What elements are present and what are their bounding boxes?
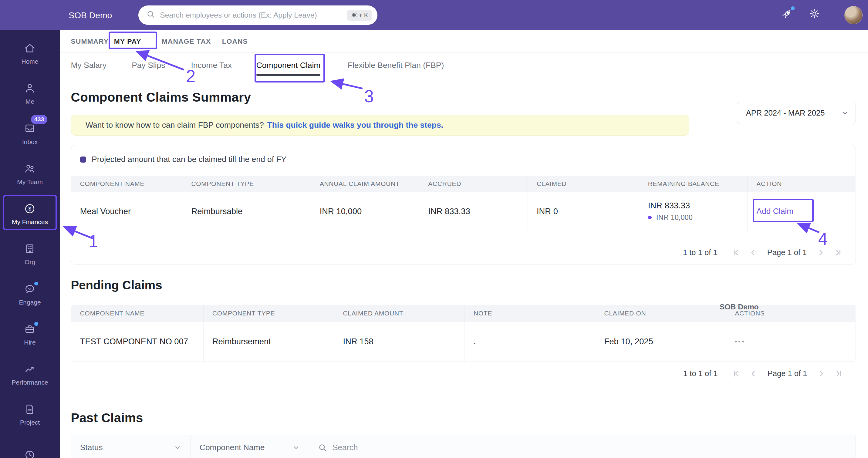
cell-note: . [465,322,595,361]
first-page-icon[interactable] [732,370,740,378]
inbox-count-badge: 433 [31,115,47,124]
project-icon [24,403,35,415]
cell-component-type: Reimbursable [182,192,311,231]
last-page-icon[interactable] [835,370,843,378]
cell-claimed: INR 0 [528,192,639,231]
past-claims-title: Past Claims [71,411,143,425]
component-name-filter-dropdown[interactable]: Component Name [191,435,309,458]
sidebar-item-hire[interactable]: Hire [0,315,60,355]
sidebar-item-project[interactable]: Project [0,395,60,435]
tab-manage-tax[interactable]: MANAGE TAX [162,30,211,53]
tab-my-pay[interactable]: MY PAY [114,30,142,53]
watermark: SOB Demo [720,303,759,311]
subtab-income-tax[interactable]: Income Tax [191,53,232,78]
sidebar-item-org[interactable]: Org [0,234,60,274]
component-claims-card: Projected amount that can be claimed til… [71,145,856,264]
pagination-range: 1 to 1 of 1 [683,369,718,378]
projected-legend: Projected amount that can be claimed til… [80,155,287,164]
table-header-row: COMPONENT NAME COMPONENT TYPE ANNUAL CLA… [71,175,856,192]
org-icon [24,243,35,255]
column-header: COMPONENT NAME [71,175,183,192]
global-search[interactable]: ⌘ + K [138,5,377,25]
first-page-icon[interactable] [732,249,740,257]
search-icon [318,443,327,452]
secondary-tabs: My Salary Pay Slips Income Tax Component… [60,53,868,78]
cell-claimed-amount: INR 158 [334,322,465,361]
projected-balance: INR 10,000 [648,214,693,222]
column-header: CLAIMED AMOUNT [334,305,465,321]
sidebar-item-inbox[interactable]: 433 Inbox [0,114,60,154]
clock-icon [24,449,35,458]
main-content: SUMMARY MY PAY MANAGE TAX LOANS My Salar… [60,30,868,458]
banner-text: Want to know how to can claim FBP compon… [86,121,264,130]
gear-icon [809,8,820,19]
settings-button[interactable] [809,8,820,21]
subtab-my-salary[interactable]: My Salary [71,53,107,78]
column-header: ACTION [748,175,855,192]
status-filter-label: Status [80,443,103,452]
sidebar-item-label: Inbox [22,138,38,145]
primary-tabs: SUMMARY MY PAY MANAGE TAX LOANS [60,30,868,53]
column-header: COMPONENT TYPE [182,175,311,192]
table-row: TEST COMPONENT NO 007 Reimbursement INR … [71,321,856,361]
sidebar-item-me[interactable]: Me [0,74,60,114]
sidebar-item-label: Engage [19,299,41,306]
sidebar-item-attendance[interactable] [0,435,60,458]
cell-component-name: TEST COMPONENT NO 007 [71,322,204,361]
component-claims-table: COMPONENT NAME COMPONENT TYPE ANNUAL CLA… [71,175,856,231]
sidebar-item-label: Performance [12,379,48,386]
next-page-icon[interactable] [817,249,825,257]
tab-loans[interactable]: LOANS [222,30,248,53]
past-claims-search-input[interactable] [333,443,847,452]
fiscal-year-value: APR 2024 - MAR 2025 [746,108,825,118]
hire-icon [24,323,35,335]
cell-claimed-on: Feb 10, 2025 [595,322,726,361]
legend-swatch-icon [80,157,86,163]
cell-component-type: Reimbursement [204,322,334,361]
sidebar-item-label: Project [20,419,40,426]
status-filter-dropdown[interactable]: Status [71,435,191,458]
past-claims-search[interactable] [309,435,856,458]
sidebar-item-home[interactable]: Home [0,34,60,74]
finances-icon: $ [24,203,35,215]
team-icon [24,163,35,174]
whats-new-button[interactable] [781,8,793,22]
search-input[interactable] [160,11,342,20]
notification-dot [790,6,795,11]
fiscal-year-selector[interactable]: APR 2024 - MAR 2025 [737,102,856,124]
cell-action: Add Claim [748,192,855,231]
user-avatar[interactable] [844,6,863,24]
cell-component-name: Meal Voucher [71,192,183,231]
home-icon [24,42,35,54]
page-title: Component Claims Summary [71,90,251,105]
tab-summary[interactable]: SUMMARY [71,30,109,53]
sidebar-item-my-team[interactable]: My Team [0,154,60,194]
column-header: ACCRUED [419,175,528,192]
search-icon [146,10,155,21]
chevron-down-icon [174,444,182,452]
sidebar-item-my-finances[interactable]: $ My Finances [0,194,60,234]
last-page-icon[interactable] [835,249,842,257]
quick-guide-link[interactable]: This quick guide walks you through the s… [267,121,443,130]
next-page-icon[interactable] [817,370,825,378]
add-claim-button[interactable]: Add Claim [756,206,794,216]
component-filter-label: Component Name [199,443,265,452]
subtab-component-claim[interactable]: Component Claim [256,53,321,78]
column-header: COMPONENT TYPE [204,305,334,321]
summary-pagination: 1 to 1 of 1 Page 1 of 1 [683,248,842,257]
cell-annual-claim-amount: INR 10,000 [311,192,420,231]
column-header: COMPONENT NAME [71,305,204,321]
projected-balance-value: INR 10,000 [656,214,693,222]
chevron-down-icon [841,109,849,117]
top-navigation-bar: SOB Demo ⌘ + K [0,0,868,30]
pagination-page: Page 1 of 1 [767,248,807,257]
search-shortcut-badge: ⌘ + K [347,10,372,21]
subtab-pay-slips[interactable]: Pay Slips [132,53,165,78]
row-actions-menu-icon[interactable] [735,340,744,342]
prev-page-icon[interactable] [750,370,757,378]
subtab-fbp[interactable]: Flexible Benefit Plan (FBP) [348,53,444,78]
sidebar-item-engage[interactable]: Engage [0,274,60,315]
sidebar-item-performance[interactable]: Performance [0,355,60,395]
table-row: Meal Voucher Reimbursable INR 10,000 INR… [71,192,856,231]
prev-page-icon[interactable] [749,249,757,257]
